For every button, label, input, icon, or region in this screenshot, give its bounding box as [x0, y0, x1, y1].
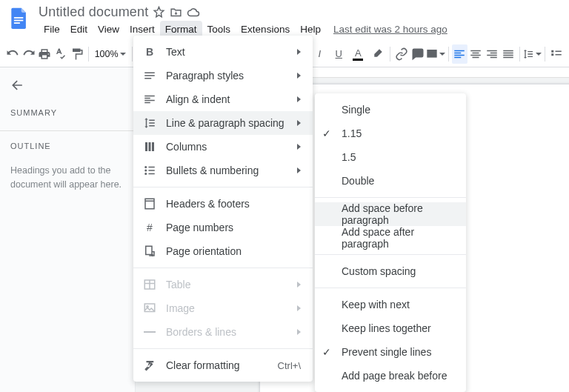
bullets-numbering-icon	[142, 163, 157, 178]
paint-format-button[interactable]	[69, 44, 85, 64]
format-menu: BTextParagraph stylesAlign & indentLine …	[133, 36, 313, 382]
menuitem-label: 1.5	[342, 151, 454, 163]
svg-rect-3	[373, 58, 382, 59]
italic-button[interactable]: I	[310, 44, 329, 64]
separator	[88, 47, 89, 62]
insert-link-button[interactable]	[393, 44, 410, 64]
align-justify-button[interactable]	[500, 44, 516, 64]
highlight-color-button[interactable]	[367, 44, 387, 64]
menu-edit[interactable]: Edit	[65, 21, 93, 38]
spacing-add-page-break-before[interactable]: Add page break before	[315, 364, 466, 388]
svg-rect-2	[14, 22, 20, 24]
menuitem-label: Add page break before	[342, 370, 454, 382]
menuitem-headers-footers[interactable]: Headers & footers	[133, 192, 313, 216]
spacing-1-5[interactable]: 1.5	[315, 145, 466, 169]
menuitem-label: Image	[166, 302, 288, 314]
check-icon: ✓	[322, 346, 331, 358]
svg-rect-1	[14, 20, 23, 21]
menuitem-clear-formatting[interactable]: Clear formattingCtrl+\	[133, 353, 313, 377]
document-title[interactable]: Untitled document	[39, 4, 148, 20]
svg-point-6	[144, 170, 147, 172]
menuitem-page-numbers[interactable]: #Page numbers	[133, 216, 313, 239]
spacing-add-space-before-paragraph[interactable]: Add space before paragraph	[315, 202, 466, 226]
menuitem-label: Double	[342, 175, 454, 187]
underline-button[interactable]: U	[329, 44, 348, 64]
outline-hint: Headings you add to the document will ap…	[10, 164, 124, 192]
separator	[390, 47, 390, 62]
svg-point-7	[144, 173, 147, 175]
submenu-arrow-icon	[297, 73, 301, 79]
menuitem-line-paragraph-spacing[interactable]: Line & paragraph spacing	[133, 111, 313, 135]
menuitem-bullets-numbering[interactable]: Bullets & numbering	[133, 159, 313, 182]
separator	[545, 47, 545, 62]
align-center-button[interactable]	[467, 44, 484, 64]
cloud-status-icon[interactable]	[187, 6, 200, 19]
outline-sidebar: SUMMARY OUTLINE Headings you add to the …	[0, 67, 136, 392]
menuitem-paragraph-styles[interactable]: Paragraph styles	[133, 64, 313, 87]
star-icon[interactable]	[153, 6, 165, 19]
summary-title: SUMMARY	[10, 108, 124, 117]
spellcheck-button[interactable]	[53, 44, 69, 64]
spacing-double[interactable]: Double	[315, 169, 466, 193]
submenu-arrow-icon	[297, 282, 301, 288]
spacing-single[interactable]: Single	[315, 98, 466, 122]
docs-logo[interactable]	[6, 4, 33, 31]
outline-title: OUTLINE	[10, 142, 124, 150]
menuitem-label: Add space after paragraph	[342, 226, 454, 250]
checklist-button[interactable]	[548, 44, 565, 64]
line-spacing-button[interactable]	[522, 44, 542, 64]
separator	[448, 47, 449, 62]
text-color-button[interactable]: A	[348, 44, 367, 64]
zoom-select[interactable]: 100%	[92, 49, 129, 59]
menuitem-columns[interactable]: Columns	[133, 135, 313, 159]
menuitem-label: Table	[166, 279, 288, 290]
menuitem-label: Bullets & numbering	[166, 165, 288, 176]
spacing-prevent-single-lines[interactable]: ✓Prevent single lines	[315, 340, 466, 364]
insert-image-button[interactable]	[426, 44, 445, 64]
last-edit-link[interactable]: Last edit was 2 hours ago	[333, 21, 447, 38]
menuitem-label: Text	[166, 46, 288, 58]
page-orientation-icon	[142, 244, 157, 259]
menu-file[interactable]: File	[39, 21, 65, 38]
redo-button[interactable]	[21, 44, 37, 64]
menuitem-label: Page orientation	[166, 245, 301, 257]
move-icon[interactable]	[170, 6, 182, 19]
table-icon	[142, 277, 157, 292]
caret-down-icon	[120, 53, 126, 56]
menuitem-label: Custom spacing	[342, 265, 454, 277]
menuitem-label: Clear formatting	[166, 359, 269, 371]
menuitem-label: Columns	[166, 141, 288, 153]
shortcut: Ctrl+\	[278, 360, 301, 371]
zoom-value: 100%	[95, 49, 119, 59]
spacing-1-15[interactable]: ✓1.15	[315, 122, 466, 145]
submenu-arrow-icon	[297, 144, 301, 150]
spacing-keep-lines-together[interactable]: Keep lines together	[315, 316, 466, 340]
undo-button[interactable]	[4, 44, 21, 64]
menuitem-label: 1.15	[342, 127, 454, 139]
add-comment-button[interactable]	[410, 44, 426, 64]
menuitem-label: Align & indent	[166, 93, 288, 105]
menuitem-align-indent[interactable]: Align & indent	[133, 87, 313, 111]
separator	[519, 47, 520, 62]
svg-rect-10	[149, 173, 155, 175]
align-left-button[interactable]	[452, 44, 468, 64]
caret-down-icon	[439, 53, 445, 56]
menuitem-text[interactable]: BText	[133, 40, 313, 64]
print-button[interactable]	[37, 44, 53, 64]
menuitem-label: Line & paragraph spacing	[166, 117, 288, 129]
menu-view[interactable]: View	[93, 21, 124, 38]
menuitem-label: Keep with next	[342, 299, 454, 310]
spacing-add-space-after-paragraph[interactable]: Add space after paragraph	[315, 226, 466, 250]
line-spacing-submenu: Single✓1.151.5DoubleAdd space before par…	[315, 93, 466, 392]
svg-rect-8	[149, 167, 155, 168]
align-indent-icon	[142, 92, 157, 107]
svg-point-5	[144, 166, 147, 168]
spacing-custom-spacing[interactable]: Custom spacing	[315, 259, 466, 283]
align-right-button[interactable]	[484, 44, 500, 64]
collapse-outline-button[interactable]	[10, 78, 124, 95]
menuitem-label: Headers & footers	[166, 198, 301, 210]
clear-formatting-icon	[142, 358, 157, 373]
spacing-keep-with-next[interactable]: Keep with next	[315, 293, 466, 316]
svg-rect-9	[149, 170, 155, 171]
menuitem-page-orientation[interactable]: Page orientation	[133, 239, 313, 263]
